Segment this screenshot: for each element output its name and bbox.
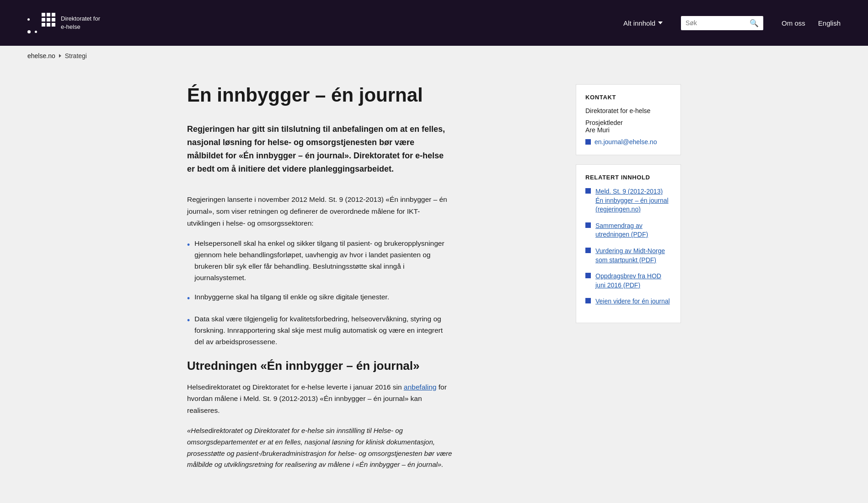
bullet-list: • Helsepersonell skal ha enkel og sikker… xyxy=(187,238,452,347)
related-link[interactable]: Veien videre for én journal xyxy=(595,297,670,306)
related-link-icon xyxy=(585,273,591,278)
anbefaling-link[interactable]: anbefaling xyxy=(404,383,437,391)
nav-links: Om oss English xyxy=(782,19,841,27)
breadcrumb-separator xyxy=(59,54,61,58)
italic-quote: «Helsedirektoratet og Direktoratet for e… xyxy=(187,425,452,471)
bullet-icon: • xyxy=(187,292,190,305)
related-link-icon xyxy=(585,188,591,194)
bullet-icon: • xyxy=(187,238,190,252)
nav-om-oss[interactable]: Om oss xyxy=(782,19,805,27)
related-link-item: Oppdragsbrev fra HOD juni 2016 (PDF) xyxy=(585,272,671,290)
page-title: Én innbygger – én journal xyxy=(187,84,557,106)
logo-icon xyxy=(27,13,55,33)
contact-title: KONTAKT xyxy=(585,94,671,101)
related-link[interactable]: Meld. St. 9 (2012-2013) Én innbygger – é… xyxy=(595,187,671,214)
all-content-dropdown[interactable]: Alt innhold xyxy=(623,19,663,27)
email-icon xyxy=(585,139,591,145)
logo-grid xyxy=(42,13,55,27)
related-link-item: Meld. St. 9 (2012-2013) Én innbygger – é… xyxy=(585,187,671,214)
chevron-down-icon xyxy=(658,22,663,24)
breadcrumb-current: Strategi xyxy=(65,52,87,59)
bullet-icon: • xyxy=(187,314,190,327)
related-link[interactable]: Oppdragsbrev fra HOD juni 2016 (PDF) xyxy=(595,272,671,290)
list-item: • Innbyggerne skal ha tilgang til enkle … xyxy=(187,292,452,305)
header: Direktoratet for e-helse Alt innhold 🔍 O… xyxy=(0,0,868,46)
contact-org: Direktoratet for e-helse xyxy=(585,107,671,114)
sidebar: KONTAKT Direktoratet for e-helse Prosjek… xyxy=(576,84,681,471)
contact-box: KONTAKT Direktoratet for e-helse Prosjek… xyxy=(576,84,681,155)
content-area: Én innbygger – én journal Regjeringen ha… xyxy=(187,84,557,471)
contact-role: Prosjektleder xyxy=(585,119,671,126)
related-box: RELATERT INNHOLD Meld. St. 9 (2012-2013)… xyxy=(576,164,681,323)
email-link[interactable]: en.journal@ehelse.no xyxy=(595,138,657,146)
section2-text: Helsedirektoratet og Direktoratet for e-… xyxy=(187,381,452,416)
search-input[interactable] xyxy=(686,19,747,27)
main-container: Én innbygger – én journal Regjeringen ha… xyxy=(160,66,708,498)
related-link-item: Vurdering av Midt-Norge som startpunkt (… xyxy=(585,247,671,265)
list-item: • Helsepersonell skal ha enkel og sikker… xyxy=(187,238,452,283)
section2-heading: Utredningen «Én innbygger – én journal» xyxy=(187,359,557,373)
intro-text: Regjeringen lanserte i november 2012 Mel… xyxy=(187,194,452,229)
related-link-item: Sammendrag av utredningen (PDF) xyxy=(585,222,671,239)
contact-email: en.journal@ehelse.no xyxy=(585,138,671,146)
contact-name: Are Muri xyxy=(585,126,671,134)
list-item: • Data skal være tilgjengelig for kvalit… xyxy=(187,314,452,347)
related-link-icon xyxy=(585,298,591,303)
logo-dot-1 xyxy=(27,18,30,21)
nav-english[interactable]: English xyxy=(818,19,841,27)
breadcrumb-home[interactable]: ehelse.no xyxy=(27,52,55,59)
nav-area: Alt innhold 🔍 Om oss English xyxy=(623,16,841,30)
related-link[interactable]: Vurdering av Midt-Norge som startpunkt (… xyxy=(595,247,671,265)
related-link-icon xyxy=(585,248,591,253)
breadcrumb: ehelse.no Strategi xyxy=(0,46,868,66)
logo-area: Direktoratet for e-helse xyxy=(27,13,623,33)
logo-text: Direktoratet for e-helse xyxy=(61,15,100,31)
search-area[interactable]: 🔍 xyxy=(681,16,763,30)
logo-dot-2 xyxy=(27,30,31,33)
related-link[interactable]: Sammendrag av utredningen (PDF) xyxy=(595,222,671,239)
related-title: RELATERT INNHOLD xyxy=(585,174,671,181)
lead-paragraph: Regjeringen har gitt sin tilslutning til… xyxy=(187,123,452,175)
search-icon[interactable]: 🔍 xyxy=(750,19,759,27)
related-link-icon xyxy=(585,222,591,228)
related-link-item: Veien videre for én journal xyxy=(585,297,671,306)
logo-dot-3 xyxy=(35,31,37,33)
